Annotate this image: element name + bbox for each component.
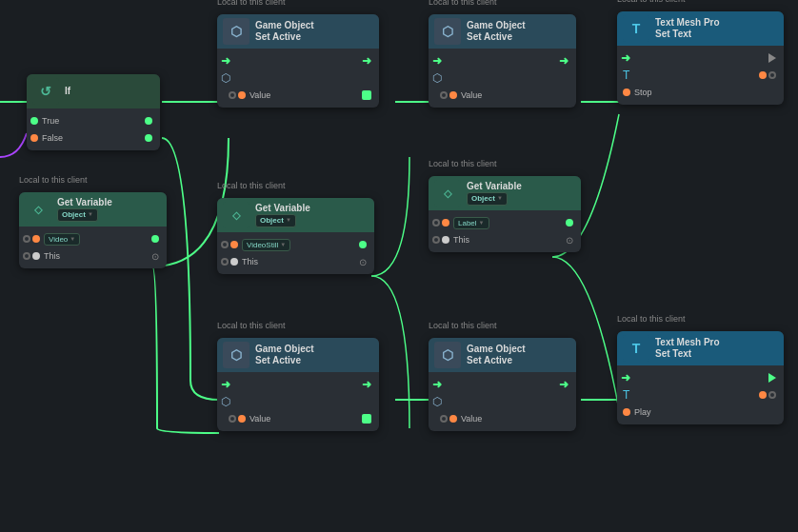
get-var-video-top-label: Local to this client: [19, 175, 88, 185]
game-obj-1-value-port[interactable]: [238, 91, 246, 99]
game-obj-2-value-row: Value: [429, 87, 576, 104]
get-var-label-port1[interactable]: [432, 219, 440, 227]
videostill-dropdown[interactable]: VideoStill: [242, 239, 290, 251]
text-mesh-2-in-arrow[interactable]: ➜: [621, 371, 630, 384]
if-true-out-port[interactable]: [145, 117, 152, 125]
text-mesh-2-icon: T: [623, 335, 649, 362]
text-mesh-1-text-row: T: [617, 67, 784, 84]
game-obj-2-node: Local to this client ⬡ Game Object Set A…: [429, 14, 576, 108]
game-obj-2-top-label: Local to this client: [429, 0, 497, 7]
game-obj-4-cube-row: ⬡: [429, 393, 576, 410]
game-obj-4-value-port[interactable]: [449, 415, 457, 423]
game-obj-3-in-arrow[interactable]: ➜: [221, 378, 230, 391]
game-obj-1-node: Local to this client ⬡ Game Object Set A…: [217, 14, 379, 108]
game-obj-2-cube-row: ⬡: [429, 69, 576, 87]
game-obj-3-cube-row: ⬡: [217, 393, 379, 410]
if-false-out-port[interactable]: [145, 134, 152, 142]
get-var-video-dropdown[interactable]: Object: [57, 208, 98, 222]
game-obj-3-icon: ⬡: [223, 342, 249, 368]
game-obj-4-in-arrow[interactable]: ➜: [432, 378, 442, 391]
if-true-in-port[interactable]: [30, 117, 38, 125]
game-obj-3-body: ➜ ➜ ⬡ Value: [217, 372, 379, 431]
text-mesh-1-in-arrow[interactable]: ➜: [621, 51, 630, 65]
get-var-label-orange[interactable]: [442, 219, 449, 227]
game-obj-2-value-port[interactable]: [449, 91, 457, 99]
game-obj-3-title: Game Object Set Active: [255, 344, 314, 366]
get-var-label-row2: This ⊙: [429, 231, 581, 248]
text-mesh-2-top-label: Local to this client: [617, 314, 686, 324]
text-mesh-2-body: ➜ T Play: [617, 365, 784, 424]
get-var-video-port2[interactable]: [23, 252, 30, 260]
game-obj-2-out-arrow[interactable]: ➜: [559, 54, 569, 68]
game-obj-2-value-label: Value: [461, 90, 569, 100]
get-var-videostill-orange[interactable]: [230, 241, 238, 248]
get-var-videostill-port2[interactable]: [221, 258, 229, 266]
get-var-video-body: Video This ⊙: [19, 227, 167, 268]
text-mesh-2-play-port[interactable]: [623, 408, 630, 416]
if-false-in-port[interactable]: [30, 134, 38, 142]
game-obj-4-value-label: Value: [461, 414, 569, 424]
text-mesh-2-title: Text Mesh Pro Set Text: [655, 337, 720, 360]
game-obj-4-flow-row: ➜ ➜: [429, 376, 576, 393]
game-obj-3-value-empty[interactable]: [229, 415, 236, 423]
if-true-label: True: [42, 116, 145, 126]
game-obj-3-value-row: Value: [217, 410, 379, 427]
game-obj-1-checkbox[interactable]: [362, 90, 371, 100]
game-obj-4-cube-icon: ⬡: [432, 395, 442, 408]
game-obj-3-node: Local to this client ⬡ Game Object Set A…: [217, 338, 379, 431]
get-var-videostill-header: ◇ Get Variable Object: [217, 198, 374, 232]
get-var-videostill-dropdown[interactable]: Object: [255, 214, 296, 227]
get-var-label-port2[interactable]: [432, 236, 440, 244]
game-obj-2-title: Game Object Set Active: [467, 20, 526, 43]
game-obj-4-value-empty[interactable]: [440, 415, 448, 423]
get-var-videostill-out1[interactable]: [359, 241, 367, 248]
game-obj-1-in-arrow[interactable]: ➜: [221, 54, 230, 68]
get-var-label-out1[interactable]: [566, 219, 573, 227]
game-obj-4-body: ➜ ➜ ⬡ Value: [429, 372, 576, 431]
text-mesh-2-play-row: Play: [617, 404, 784, 421]
get-var-video-title: Get Variable Object: [57, 197, 112, 222]
text-mesh-1-header: T Text Mesh Pro Set Text: [617, 11, 784, 46]
get-var-label-node: Local to this client ◇ Get Variable Obje…: [429, 176, 581, 252]
game-obj-1-cube-icon: ⬡: [221, 71, 230, 85]
game-obj-4-out-arrow[interactable]: ➜: [559, 378, 569, 391]
text-mesh-1-text-empty[interactable]: [768, 71, 776, 79]
text-mesh-2-flow-row: ➜: [617, 369, 784, 386]
get-var-video-port1[interactable]: [23, 235, 30, 243]
get-var-videostill-node: Local to this client ◇ Get Variable Obje…: [217, 198, 374, 274]
get-var-video-out1[interactable]: [151, 235, 159, 243]
game-obj-2-in-arrow[interactable]: ➜: [432, 54, 442, 68]
text-mesh-1-t-icon: T: [623, 69, 629, 82]
text-mesh-2-t-icon: T: [623, 388, 629, 402]
text-mesh-1-stop-port[interactable]: [623, 89, 630, 96]
game-obj-2-value-empty[interactable]: [440, 91, 448, 99]
text-mesh-2-out-triangle[interactable]: [768, 373, 776, 383]
get-var-video-header: ◇ Get Variable Object: [19, 192, 167, 227]
if-icon: ↺: [32, 78, 59, 105]
game-obj-1-value-empty[interactable]: [229, 91, 236, 99]
video-dropdown[interactable]: Video: [44, 233, 80, 246]
text-mesh-1-out-triangle[interactable]: [768, 53, 776, 63]
text-mesh-2-play-label: Play: [634, 407, 776, 417]
get-var-label-dropdown[interactable]: Object: [467, 192, 508, 206]
get-var-videostill-row2: This ⊙: [217, 253, 374, 270]
get-var-label-body: Label This ⊙: [429, 210, 581, 252]
game-obj-2-flow-row: ➜ ➜: [429, 52, 576, 69]
get-var-video-node: Local to this client ◇ Get Variable Obje…: [19, 192, 167, 268]
game-obj-3-value-port[interactable]: [238, 415, 246, 423]
label-dropdown[interactable]: Label: [453, 217, 489, 229]
get-var-label-title: Get Variable Object: [467, 181, 522, 206]
text-mesh-2-text-empty[interactable]: [768, 391, 776, 399]
game-obj-3-checkbox[interactable]: [362, 414, 371, 424]
get-var-video-white[interactable]: [32, 252, 40, 260]
text-mesh-2-text-out[interactable]: [759, 391, 767, 399]
get-var-videostill-var1-label: VideoStill: [242, 239, 359, 251]
game-obj-3-out-arrow[interactable]: ➜: [362, 378, 371, 391]
game-obj-2-body: ➜ ➜ ⬡ Value: [429, 49, 576, 108]
get-var-video-orange[interactable]: [32, 235, 40, 243]
get-var-label-white[interactable]: [442, 236, 449, 244]
game-obj-1-out-arrow[interactable]: ➜: [362, 54, 371, 68]
get-var-videostill-port1[interactable]: [221, 241, 229, 248]
text-mesh-1-text-out[interactable]: [759, 71, 767, 79]
get-var-videostill-white[interactable]: [230, 258, 238, 266]
